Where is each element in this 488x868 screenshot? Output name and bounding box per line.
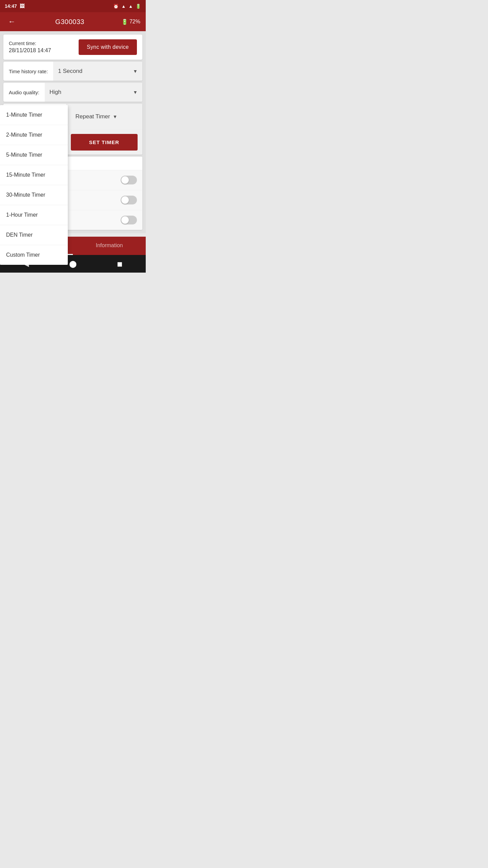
dropdown-item[interactable]: 2-Minute Timer — [0, 125, 68, 145]
current-time-info: Current time: 28/11/2018 14:47 — [9, 41, 51, 54]
status-left: 14:47 🖼 — [5, 3, 24, 9]
time-history-value: 1 Second — [58, 68, 133, 75]
tab-information-label: Information — [96, 242, 123, 249]
back-button[interactable]: ← — [5, 15, 18, 29]
audio-quality-select[interactable]: High ▼ — [45, 83, 142, 102]
timer-repeat-section: Repeat Timer ▼ — [66, 104, 143, 130]
audio-quality-row: Audio quality: High ▼ — [3, 83, 142, 102]
tab-information[interactable]: Information — [73, 237, 146, 255]
battery-percent: 72% — [129, 19, 140, 25]
top-bar: ← G300033 🔋 72% — [0, 12, 146, 31]
status-right: ⏰ ▲ ▲ 🔋 — [113, 4, 141, 9]
battery-info: 🔋 72% — [121, 19, 140, 25]
chevron-down-icon-repeat: ▼ — [113, 114, 118, 119]
alarm-toggle-2[interactable] — [121, 196, 137, 204]
dropdown-item[interactable]: 15-Minute Timer — [0, 165, 68, 185]
dropdown-item[interactable]: 1-Hour Timer — [0, 205, 68, 225]
set-timer-section: SET TIMER — [66, 130, 143, 155]
set-timer-button[interactable]: SET TIMER — [71, 134, 138, 151]
nav-recent-button[interactable]: ◼ — [113, 257, 126, 271]
dropdown-item[interactable]: 5-Minute Timer — [0, 145, 68, 165]
wifi-icon: ▲ — [121, 4, 126, 9]
time-history-row: Time history rate: 1 Second ▼ — [3, 62, 142, 81]
current-time-label: Current time: — [9, 41, 51, 46]
signal-icon: ▲ — [128, 4, 133, 9]
alarm-toggle-3[interactable] — [121, 216, 137, 224]
nav-home-button[interactable]: ⬤ — [66, 257, 80, 271]
dropdown-item[interactable]: 1-Minute Timer — [0, 105, 68, 125]
device-title: G300033 — [55, 18, 84, 26]
time-history-card: Time history rate: 1 Second ▼ — [3, 62, 142, 81]
time-display: 14:47 — [5, 3, 17, 9]
dropdown-item[interactable]: DEN Timer — [0, 225, 68, 245]
status-bar: 14:47 🖼 ⏰ ▲ ▲ 🔋 — [0, 0, 146, 12]
dropdown-item[interactable]: Custom Timer — [0, 245, 68, 265]
chevron-down-icon: ▼ — [133, 68, 138, 74]
time-history-label: Time history rate: — [3, 62, 53, 80]
sync-button[interactable]: Sync with device — [79, 39, 137, 55]
timer-dropdown-overlay: 1-Minute Timer2-Minute Timer5-Minute Tim… — [0, 105, 68, 265]
alarm-icon: ⏰ — [113, 4, 119, 9]
dropdown-item[interactable]: 30-Minute Timer — [0, 185, 68, 205]
repeat-timer-value: Repeat Timer — [76, 113, 110, 120]
battery-icon: 🔋 — [136, 4, 141, 9]
battery-icon-top: 🔋 — [121, 19, 128, 25]
chevron-down-icon-audio: ▼ — [133, 90, 138, 95]
audio-quality-label: Audio quality: — [3, 83, 45, 101]
current-time-value: 28/11/2018 14:47 — [9, 47, 51, 54]
current-time-card: Current time: 28/11/2018 14:47 Sync with… — [3, 35, 142, 60]
image-icon: 🖼 — [20, 3, 24, 9]
alarm-toggle-1[interactable] — [121, 176, 137, 184]
audio-quality-value: High — [49, 89, 133, 96]
repeat-timer-select[interactable]: Repeat Timer ▼ — [71, 108, 138, 125]
audio-quality-card: Audio quality: High ▼ — [3, 83, 142, 102]
time-history-select[interactable]: 1 Second ▼ — [53, 62, 142, 81]
